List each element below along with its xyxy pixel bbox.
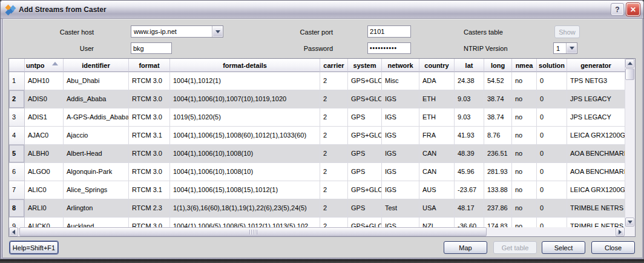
caster-host-select[interactable]: www.igs-ip.net [131,25,223,38]
cell-solution[interactable]: 0 [537,163,567,181]
cell-lat[interactable]: 45.96 [455,163,484,181]
table-row[interactable]: 9AUCK0AucklandRTCM 3.01004(1),1006(5),10… [9,218,625,227]
cell-carrier[interactable]: 2 [320,127,348,145]
row-number[interactable]: 3 [9,108,25,127]
cell-mountpoint[interactable]: ALGO0 [25,163,64,181]
cell-nmea[interactable]: no [512,127,537,145]
cell-lat[interactable]: -36.60 [455,218,484,227]
column-header-generator[interactable]: generator [567,59,625,72]
cell-system[interactable]: GPS [348,145,382,163]
cell-lat[interactable]: 9.03 [455,90,484,108]
cell-network[interactable]: Misc [382,72,419,90]
cell-mountpoint[interactable]: ADIS1 [25,108,64,127]
cell-country[interactable]: NZL [419,218,455,227]
cell-carrier[interactable]: 2 [320,72,348,90]
cell-network[interactable]: IGS [382,181,419,199]
cell-lat[interactable]: 24.38 [455,72,484,90]
cell-system[interactable]: GPS+GLO [348,218,382,227]
cell-format[interactable]: RTCM 3.0 [129,108,170,127]
cell-identifier[interactable]: Abu_Dhabi [64,72,129,90]
cell-format[interactable]: RTCM 3.1 [129,127,170,145]
cell-long[interactable]: 133.88 [484,181,512,199]
cell-format-details[interactable]: 1004(1),1006(10),1008(10) [170,145,320,163]
cell-long[interactable]: 38.74 [484,90,512,108]
column-header-network[interactable]: network [382,59,419,72]
cell-long[interactable]: 237.86 [484,199,512,218]
cell-identifier[interactable]: Albert-Head [64,145,129,163]
user-input[interactable] [131,42,172,54]
horizontal-scrollbar-thumb[interactable] [19,227,487,236]
row-number[interactable]: 8 [9,199,25,218]
cell-country[interactable]: CAN [419,163,455,181]
cell-network[interactable]: IGS [382,145,419,163]
cell-country[interactable]: FRA [419,127,455,145]
table-row[interactable]: 5ALBH0Albert-HeadRTCM 3.01004(1),1006(10… [9,145,625,163]
vertical-scrollbar[interactable] [625,59,635,227]
cell-system[interactable]: GPS+GLO [348,127,382,145]
cell-solution[interactable]: 0 [537,145,567,163]
cell-network[interactable]: IGS [382,108,419,127]
cell-country[interactable]: CAN [419,145,455,163]
scroll-down-icon[interactable] [625,218,634,227]
cell-format[interactable]: RTCM 3.0 [129,218,170,227]
vertical-scrollbar-thumb[interactable] [625,68,634,80]
scroll-right-icon[interactable] [616,227,625,236]
cell-format-details[interactable]: 1004(1),1006(10),1007(10),1019,1020 [170,90,320,108]
cell-generator[interactable]: LEICA GRX1200GG [567,127,625,145]
cell-lat[interactable]: 41.93 [455,127,484,145]
column-header-rownum[interactable] [9,59,25,72]
titlebar[interactable]: Add Streams from Caster ? ✕ [1,1,643,19]
cell-solution[interactable]: 0 [537,199,567,218]
cell-format-details[interactable]: 1004(1),1006(5),1008(5),1012(1),1013(5),… [170,218,320,227]
cell-nmea[interactable]: no [512,199,537,218]
cell-format-details[interactable]: 1019(5),1020(5) [170,108,320,127]
cell-format[interactable]: RTCM 3.0 [129,72,170,90]
cell-solution[interactable]: 0 [537,108,567,127]
row-number[interactable]: 7 [9,181,25,199]
cell-long[interactable]: 8.76 [484,127,512,145]
cell-network[interactable]: IGS [382,218,419,227]
cell-mountpoint[interactable]: AJAC0 [25,127,64,145]
cell-format[interactable]: RTCM 2.3 [129,199,170,218]
cell-system[interactable]: GPS [348,108,382,127]
cell-identifier[interactable]: Algonquin-Park [64,163,129,181]
cell-system[interactable]: GPS+GLO [348,181,382,199]
cell-network[interactable]: IGS [382,90,419,108]
get-table-button[interactable]: Get table [493,241,537,254]
row-number[interactable]: 9 [9,218,25,227]
cell-format-details[interactable]: 1(1),3(6),16(60),18(1),19(1),22(6),23(5)… [170,199,320,218]
cell-solution[interactable]: 0 [537,181,567,199]
password-input[interactable] [367,42,411,54]
table-row[interactable]: 6ALGO0Algonquin-ParkRTCM 3.01004(1),1006… [9,163,625,181]
cell-generator[interactable]: JPS LEGACY [567,90,625,108]
cell-nmea[interactable]: no [512,145,537,163]
row-number[interactable]: 5 [9,145,25,163]
column-header-lat[interactable]: lat [455,59,484,72]
column-header-country[interactable]: country [419,59,455,72]
cell-mountpoint[interactable]: ADH10 [25,72,64,90]
cell-carrier[interactable]: 2 [320,145,348,163]
cell-system[interactable]: GPS [348,199,382,218]
row-number[interactable]: 6 [9,163,25,181]
table-row[interactable]: 2ADIS0Addis_AbabaRTCM 3.01004(1),1006(10… [9,90,625,108]
cell-country[interactable]: AUS [419,181,455,199]
cell-country[interactable]: ETH [419,108,455,127]
column-header-format[interactable]: format [129,59,170,72]
cell-system[interactable]: GPS+GLO [348,72,382,90]
cell-mountpoint[interactable]: ADIS0 [25,90,64,108]
cell-carrier[interactable]: 2 [320,181,348,199]
cell-long[interactable]: 38.74 [484,108,512,127]
cell-country[interactable]: ADA [419,72,455,90]
column-header-solution[interactable]: solution [537,59,567,72]
cell-country[interactable]: USA [419,199,455,218]
cell-format-details[interactable]: 1004(1),1006(10),1008(10) [170,163,320,181]
scroll-left-icon[interactable] [9,227,18,236]
chevron-down-icon[interactable] [212,26,223,37]
cell-generator[interactable]: AOA BENCHMARK [567,145,625,163]
select-button[interactable]: Select [542,241,585,254]
map-button[interactable]: Map [444,241,487,254]
cell-long[interactable]: 174.83 [484,218,512,227]
titlebar-help-button[interactable]: ? [611,3,624,16]
cell-format[interactable]: RTCM 3.0 [129,163,170,181]
cell-generator[interactable]: TRIMBLE NETRS [567,218,625,227]
